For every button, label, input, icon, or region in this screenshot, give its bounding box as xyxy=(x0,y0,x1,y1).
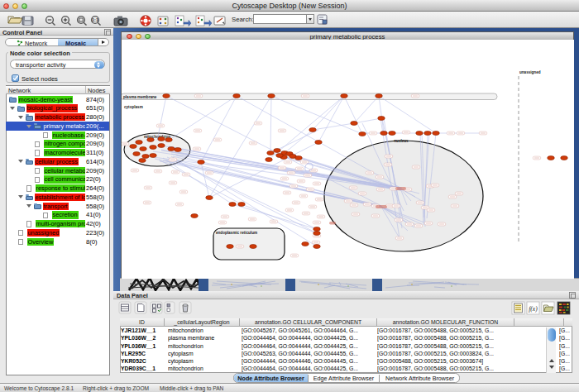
svg-text:plasma membrane: plasma membrane xyxy=(123,95,157,99)
svg-text:endoplasmic reticulum: endoplasmic reticulum xyxy=(216,231,257,235)
svg-text:unassigned: unassigned xyxy=(519,70,541,74)
svg-text:f(x): f(x) xyxy=(529,305,538,313)
svg-text:cytoplasm: cytoplasm xyxy=(124,105,143,109)
svg-text:nucleus: nucleus xyxy=(394,139,409,143)
svg-text:1:1: 1:1 xyxy=(92,17,98,22)
